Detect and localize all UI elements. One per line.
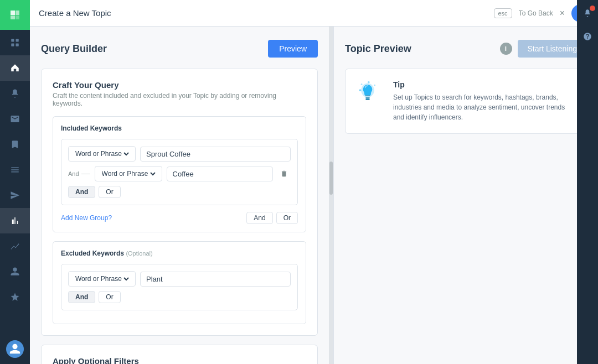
- included-keywords-box: Included Keywords Word or Phrase Exact M…: [53, 116, 306, 232]
- craft-desc: Craft the content included and excluded …: [53, 92, 306, 107]
- filters-section: Apply Optional Filters Use Advanced Filt…: [41, 345, 318, 364]
- or-button-1[interactable]: Or: [99, 186, 120, 198]
- tip-box: Tip Set up Topics to search for keywords…: [345, 69, 587, 134]
- keyword-input-1[interactable]: [140, 147, 291, 162]
- svg-rect-0: [11, 39, 14, 41]
- group-and-or-buttons: And Or: [246, 212, 298, 224]
- delete-keyword-button-1[interactable]: [277, 167, 291, 180]
- type-dropdown-1[interactable]: Word or Phrase Exact Match Hashtag: [73, 149, 131, 158]
- sidebar: [0, 0, 30, 364]
- close-button[interactable]: ×: [560, 8, 565, 18]
- sidebar-item-publish[interactable]: [0, 183, 30, 208]
- sidebar-item-home[interactable]: [0, 55, 30, 81]
- avatar: [6, 340, 24, 358]
- type-dropdown-2[interactable]: Word or Phrase Exact Match Hashtag: [100, 169, 157, 178]
- included-keywords-label: Included Keywords: [61, 124, 298, 132]
- topbar: Create a New Topic esc To Go Back ×: [30, 0, 598, 27]
- query-builder-header: Query Builder Preview: [41, 40, 318, 58]
- type-select-1[interactable]: Word or Phrase Exact Match Hashtag: [68, 146, 136, 162]
- sidebar-bottom: [0, 334, 30, 364]
- type-select-2[interactable]: Word or Phrase Exact Match Hashtag: [95, 166, 162, 181]
- sidebar-item-dashboard[interactable]: [0, 30, 30, 55]
- main-content: Create a New Topic esc To Go Back × Quer…: [30, 0, 598, 364]
- help-icon[interactable]: [580, 29, 595, 44]
- svg-rect-11: [365, 98, 369, 100]
- sidebar-item-analytics-line[interactable]: [0, 233, 30, 259]
- and-or-buttons-excluded: And Or: [68, 291, 291, 303]
- group-and-button[interactable]: And: [246, 212, 272, 224]
- excluded-keyword-group: Word or Phrase Exact Match Hashtag And O…: [61, 264, 298, 310]
- excluded-type-dropdown-1[interactable]: Word or Phrase Exact Match Hashtag: [73, 274, 131, 283]
- svg-rect-3: [16, 44, 19, 46]
- tip-icon-container: [357, 80, 384, 108]
- sidebar-item-inbox[interactable]: [0, 106, 30, 132]
- content-area: Query Builder Preview Craft Your Query C…: [30, 27, 598, 364]
- svg-point-7: [374, 85, 375, 86]
- svg-point-6: [368, 81, 370, 84]
- lightbulb-icon: [357, 80, 379, 108]
- topic-preview-title: Topic Preview: [345, 43, 411, 55]
- and-connector-label: And: [68, 170, 90, 177]
- add-group-row: Add New Group? And Or: [61, 212, 298, 224]
- excluded-keyword-row-1: Word or Phrase Exact Match Hashtag: [68, 271, 291, 287]
- craft-query-section: Craft Your Query Craft the content inclu…: [41, 69, 318, 336]
- excluded-type-select-1[interactable]: Word or Phrase Exact Match Hashtag: [68, 271, 136, 287]
- esc-key-label: esc: [494, 8, 512, 18]
- tip-title: Tip: [393, 80, 575, 89]
- included-keyword-group: Word or Phrase Exact Match Hashtag And: [61, 139, 298, 205]
- or-button-excluded[interactable]: Or: [99, 291, 120, 303]
- query-builder-title: Query Builder: [41, 43, 107, 55]
- sidebar-item-menu[interactable]: [0, 157, 30, 183]
- craft-title: Craft Your Query: [53, 80, 306, 90]
- excluded-keyword-input-1[interactable]: [140, 272, 291, 287]
- sidebar-logo: [0, 0, 30, 30]
- keyword-input-2[interactable]: [167, 167, 273, 181]
- tip-content: Tip Set up Topics to search for keywords…: [393, 80, 575, 122]
- scroll-divider: [329, 27, 333, 364]
- svg-point-4: [359, 89, 362, 91]
- keyword-row-1: Word or Phrase Exact Match Hashtag: [68, 146, 291, 162]
- topic-preview-header: Topic Preview i Start Listening: [345, 40, 587, 58]
- right-icons: [577, 27, 598, 364]
- tip-desc: Set up Topics to search for keywords, ha…: [393, 92, 575, 122]
- right-panel: Topic Preview i Start Listening: [333, 27, 598, 364]
- svg-rect-2: [11, 44, 14, 46]
- group-or-button[interactable]: Or: [276, 212, 298, 224]
- sidebar-item-bookmark[interactable]: [0, 132, 30, 157]
- excluded-keywords-label: Excluded Keywords (Optional): [61, 249, 298, 257]
- sidebar-item-profile[interactable]: [0, 259, 30, 284]
- svg-point-5: [361, 84, 363, 85]
- sidebar-item-alerts[interactable]: [0, 81, 30, 106]
- preview-button[interactable]: Preview: [268, 40, 318, 58]
- excluded-optional-tag: (Optional): [126, 250, 152, 257]
- go-back-label: To Go Back: [519, 9, 553, 17]
- add-new-group-link[interactable]: Add New Group?: [61, 214, 112, 222]
- sidebar-avatar[interactable]: [0, 334, 30, 364]
- left-panel: Query Builder Preview Craft Your Query C…: [30, 27, 329, 364]
- and-or-buttons-1: And Or: [68, 186, 291, 198]
- excluded-keywords-box: Excluded Keywords (Optional) Word or Phr…: [53, 241, 306, 324]
- svg-rect-1: [16, 39, 19, 41]
- scroll-handle[interactable]: [329, 162, 333, 195]
- and-button-1[interactable]: And: [68, 186, 95, 198]
- page-title: Create a New Topic: [39, 8, 487, 18]
- filters-title: Apply Optional Filters: [53, 356, 306, 364]
- sidebar-item-analytics-bar[interactable]: [0, 208, 30, 233]
- info-icon[interactable]: i: [500, 43, 512, 55]
- sidebar-item-favorites[interactable]: [0, 284, 30, 310]
- keyword-row-2: And Word or Phrase Exact Match Hashtag: [68, 166, 291, 181]
- and-button-excluded[interactable]: And: [68, 291, 95, 303]
